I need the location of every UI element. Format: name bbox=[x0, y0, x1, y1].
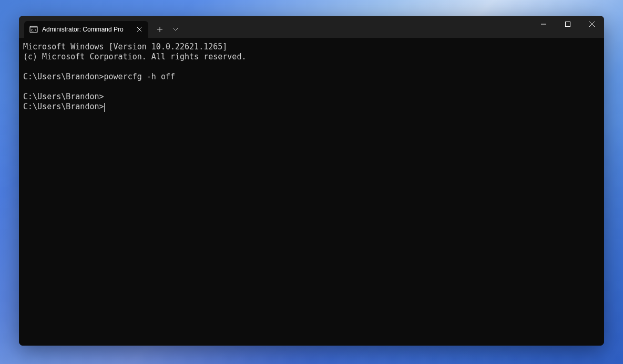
minimize-button[interactable] bbox=[532, 16, 556, 33]
tab-dropdown-button[interactable] bbox=[169, 21, 182, 38]
terminal-line: (c) Microsoft Corporation. All rights re… bbox=[23, 52, 246, 61]
active-tab[interactable]: C:\ Administrator: Command Pro bbox=[24, 21, 148, 38]
terminal-content[interactable]: Microsoft Windows [Version 10.0.22621.12… bbox=[19, 38, 604, 346]
terminal-line: Microsoft Windows [Version 10.0.22621.12… bbox=[23, 42, 227, 51]
new-tab-button[interactable] bbox=[151, 21, 168, 38]
terminal-prompt: C:\Users\Brandon> bbox=[23, 72, 104, 81]
close-button[interactable] bbox=[580, 16, 604, 33]
title-bar: C:\ Administrator: Command Pro bbox=[19, 16, 604, 38]
terminal-prompt: C:\Users\Brandon> bbox=[23, 102, 104, 111]
terminal-cursor bbox=[104, 103, 105, 112]
tab-title: Administrator: Command Pro bbox=[42, 26, 130, 33]
terminal-prompt: C:\Users\Brandon> bbox=[23, 92, 104, 101]
maximize-button[interactable] bbox=[556, 16, 580, 33]
window-controls bbox=[532, 16, 604, 38]
svg-rect-1 bbox=[30, 26, 37, 28]
terminal-window: C:\ Administrator: Command Pro bbox=[19, 16, 604, 346]
tab-close-button[interactable] bbox=[135, 25, 144, 34]
terminal-command: powercfg -h off bbox=[104, 72, 175, 81]
tab-actions bbox=[151, 21, 182, 38]
cmd-icon: C:\ bbox=[29, 25, 38, 34]
svg-rect-8 bbox=[566, 22, 570, 27]
svg-text:C:\: C:\ bbox=[31, 28, 37, 32]
